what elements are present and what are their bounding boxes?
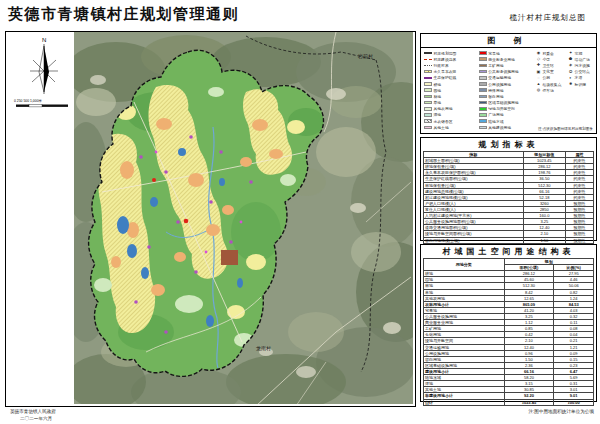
legend-item-label: 留白用地 — [488, 94, 503, 99]
table-row: 留白用地规模(公顷)1.50预期性 — [424, 237, 594, 243]
legend-box: 图 例 村庄规划范围村庄建设边界行政村界永久基本农田生态保护红线耕地园地林地草地… — [420, 33, 597, 134]
legend-item-label: 宗祠 — [575, 51, 583, 56]
legend-point-icon: ✹ — [568, 82, 574, 86]
page-title: 英德市青塘镇村庄规划管理通则 — [8, 5, 239, 24]
legend-point-icon: ◍ — [535, 88, 541, 92]
legend-swatch — [479, 107, 487, 111]
footer-date: 二〇二一年六月 — [10, 416, 56, 423]
legend-point-icon: ✚ — [535, 63, 541, 67]
legend-item-label: 水塔 — [575, 75, 583, 80]
legend-item-label: 工矿用地 — [488, 63, 503, 68]
legend-item-label: 停车场 — [542, 88, 553, 93]
legend-swatch — [479, 76, 487, 80]
legend-swatch — [479, 82, 487, 86]
legend-swatch — [424, 95, 432, 99]
legend-swatch — [479, 70, 487, 74]
structure-table-title: 村域国土空间用途结构表 — [421, 245, 596, 258]
indicators-table-title: 规划指标表 — [421, 138, 596, 151]
legend-item-label: 特殊用地 — [488, 88, 503, 93]
legend-point-icon: ⬟ — [568, 57, 574, 61]
legend-point-icon: ◌ — [535, 76, 541, 80]
footer-right-note: 注:图中用地面积统计单位为公顷 — [528, 409, 594, 414]
legend-item-label: 广场用地 — [488, 112, 503, 117]
legend-item-label: 交通运输用地 — [488, 75, 511, 80]
legend-item-label: 村委会 — [542, 51, 553, 56]
legend-point-icon: ▣ — [535, 70, 541, 74]
legend-swatch — [424, 52, 432, 53]
legend-point-icon: ◇ — [535, 57, 541, 61]
legend-item-label: 小学 — [542, 57, 550, 62]
footer-agency: 英德市青塘镇人民政府 — [10, 409, 56, 416]
legend-swatch — [424, 101, 432, 105]
legend-swatch — [424, 70, 432, 74]
indicators-table-box: 规划指标表 指标规划目标值属性村域国土面积(公顷)1023.45约束性耕地保有量… — [420, 137, 597, 241]
legend-column-facility-points-2: ✦宗祠⬟活动广场◈污水设施✪公交站点◐水塔✹标识牌 — [568, 50, 594, 130]
legend-item: 其他土地 — [424, 124, 477, 130]
legend-item-label: 湿地 — [434, 112, 442, 117]
legend-item-label: 公交站点 — [575, 69, 590, 74]
map-label-neighbor-north: 岩前村 — [358, 53, 373, 60]
legend-item: ✹标识牌 — [568, 81, 594, 87]
legend-point-icon: ✦ — [568, 51, 574, 55]
legend-swatch — [424, 107, 432, 111]
footer-left: 英德市青塘镇人民政府 二〇二一年六月 — [10, 409, 56, 423]
legend-item-label: 其他建设用地 — [488, 125, 511, 130]
legend-point-icon: ◉ — [535, 51, 541, 55]
indicators-table: 指标规划目标值属性村域国土面积(公顷)1023.45约束性耕地保有量(公顷)28… — [423, 151, 594, 244]
legend-item-label: 卫生站 — [542, 63, 553, 68]
map-label-neighbor-south: 龙南村 — [256, 345, 271, 352]
legend-item-label: 垃圾收集点 — [542, 82, 561, 87]
column-header: 用地分类 — [424, 259, 505, 271]
legend-item-label: 陆地水域 — [488, 119, 503, 124]
legend-swatch — [424, 126, 432, 130]
north-arrow-icon: N — [30, 37, 58, 94]
legend-point-icon: ▲ — [535, 82, 541, 86]
legend-item-label: 永久基本农田 — [434, 69, 457, 74]
svg-text:0 250 500 1,000米: 0 250 500 1,000米 — [14, 99, 43, 103]
legend-swatch — [424, 113, 432, 117]
table-cell: 预期性 — [566, 237, 594, 243]
table-cell: 1023.45 — [504, 399, 554, 405]
legend-item: 其他建设用地 — [479, 124, 534, 130]
legend-column-facility-points-1: ◉村委会◇小学✚卫生站▣文化室◌公厕▲垃圾收集点◍停车场 — [535, 50, 565, 130]
sheet-label: 榄汁村村庄规划总图 — [510, 13, 587, 23]
table-cell: 1.50 — [523, 237, 566, 243]
legend-item-label: 商业服务业用地 — [488, 57, 515, 62]
structure-table: 用地分类规划面积(公顷)比例(%)耕地286.1227.95园地45.604.4… — [423, 258, 594, 406]
legend-item-label: 其他土地 — [434, 125, 449, 130]
legend-item-label: 文化室 — [542, 69, 553, 74]
legend-swatch — [479, 126, 487, 130]
legend-item-label: 耕地 — [434, 82, 442, 87]
legend-swatch — [479, 64, 487, 68]
legend-swatch — [424, 77, 432, 78]
village-map: 岩前村 龙南村 N 0 250 500 1,000米 — [6, 32, 413, 404]
legend-point-icon: ◐ — [568, 76, 574, 80]
legend-column-boundaries-and-agriculture: 村庄规划范围村庄建设边界行政村界永久基本农田生态保护红线耕地园地林地草地其他农用… — [424, 50, 477, 130]
legend-swatch — [479, 119, 487, 123]
legend-item-label: 标识牌 — [575, 82, 586, 87]
map-canvas: 岩前村 龙南村 N 0 250 500 1,000米 — [5, 31, 416, 407]
legend-swatch — [479, 95, 487, 99]
legend-item-label: 宅基地 — [488, 51, 499, 56]
legend-items: 村庄规划范围村庄建设边界行政村界永久基本农田生态保护红线耕地园地林地草地其他农用… — [421, 48, 596, 130]
legend-swatch — [424, 59, 432, 60]
legend-swatch — [479, 113, 487, 117]
svg-text:N: N — [42, 37, 46, 43]
legend-item-label: 公共服务设施用地 — [488, 69, 518, 74]
structure-table-box: 村域国土空间用途结构表 用地分类规划面积(公顷)比例(%)耕地286.1227.… — [420, 244, 597, 402]
legend-item-label: 公用设施用地 — [488, 82, 511, 87]
legend-swatch — [479, 57, 487, 61]
table-cell: 合计 — [424, 399, 505, 405]
legend-point-icon: ✪ — [568, 70, 574, 74]
legend-swatch — [479, 88, 487, 92]
legend-item-label: 草地 — [434, 100, 442, 105]
legend-title: 图 例 — [421, 34, 596, 48]
legend-item-label: 区域基础设施用地 — [488, 100, 518, 105]
legend-item-label: 生态保护红线 — [434, 75, 457, 80]
plan-sheet: 英德市青塘镇村庄规划管理通则 榄汁村村庄规划总图 — [0, 0, 600, 424]
legend-item-label: 公厕 — [542, 75, 550, 80]
legend-item-label: 园地 — [434, 88, 442, 93]
legend-point-icon: ◈ — [568, 63, 574, 67]
legend-item-label: 绿地与开敞空间 — [488, 106, 515, 111]
legend-item-label: 永农储备区 — [434, 119, 453, 124]
